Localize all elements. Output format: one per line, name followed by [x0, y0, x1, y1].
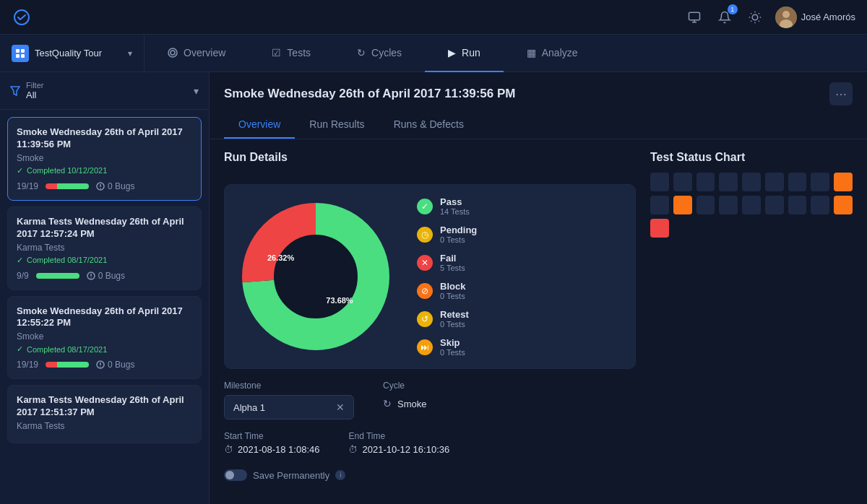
progress-bar [46, 362, 89, 368]
bell-icon[interactable]: 1 [715, 7, 735, 27]
time-row: Start Time ⏱ 2021-08-18 1:08:46 End Time… [224, 431, 636, 455]
cycle-value: ↻ Smoke [383, 395, 426, 409]
content-title: Smoke Wednesday 26th of April 2017 11:39… [224, 87, 515, 101]
legend-pending-label: Pending [440, 225, 477, 235]
tests-icon: ☑ [272, 47, 281, 58]
run-card-title: Smoke Wednesday 26th of April 2017 11:39… [17, 126, 192, 151]
run-details-title: Run Details [224, 151, 636, 164]
start-time-item: Start Time ⏱ 2021-08-18 1:08:46 [224, 431, 319, 455]
start-time-label: Start Time [224, 431, 319, 441]
svg-point-28 [90, 277, 91, 278]
content-tabs: Overview Run Results Runs & Defects [210, 111, 867, 139]
progress-bar [46, 183, 89, 189]
status-dot [719, 173, 738, 191]
svg-point-31 [100, 367, 100, 368]
bugs-label: 0 Bugs [96, 360, 134, 370]
run-card[interactable]: Karma Tests Wednesday 26th of April 2017… [7, 385, 202, 443]
top-nav-right: 1 José Amorós [684, 6, 855, 28]
svg-rect-16 [16, 49, 20, 53]
svg-rect-19 [21, 54, 25, 58]
notification-badge: 1 [728, 4, 738, 14]
run-card-subtitle: Karma Tests [17, 421, 192, 431]
bug-icon [96, 182, 105, 191]
status-dot [742, 173, 761, 191]
sidebar-filter: Filter All ▾ [0, 72, 209, 110]
save-row: Save Permanently i [224, 469, 636, 481]
filter-dropdown-icon[interactable]: ▾ [194, 85, 199, 97]
theme-icon[interactable] [745, 7, 765, 27]
run-card-title: Karma Tests Wednesday 26th of April 2017… [17, 216, 192, 240]
check-icon: ✓ [17, 344, 23, 354]
status-dot-orange [673, 196, 692, 214]
run-card[interactable]: Smoke Wednesday 26th of April 2017 11:39… [7, 117, 202, 201]
status-dot [811, 173, 829, 191]
main-nav: TestQuality Tour ▾ Overview ☑ Tests ↻ Cy… [0, 35, 867, 72]
tab-overview[interactable]: Overview [144, 35, 249, 72]
tab-run[interactable]: ▶ Run [425, 35, 504, 72]
main-content: Smoke Wednesday 26th of April 2017 11:39… [210, 72, 867, 504]
bugs-label: 0 Bugs [96, 181, 134, 191]
svg-line-7 [751, 13, 751, 14]
svg-rect-17 [21, 49, 25, 53]
meta-row: Milestone Alpha 1 ✕ Cycle ↻ Smoke [224, 381, 636, 420]
right-panel: Test Status Chart [650, 151, 853, 492]
cycle-label: Cycle [383, 381, 426, 391]
status-dot-red [650, 219, 669, 238]
block-icon: ⊘ [417, 283, 433, 299]
info-icon[interactable]: i [335, 470, 345, 480]
pending-icon: ◷ [417, 227, 433, 243]
nav-tabs: Overview ☑ Tests ↻ Cycles ▶ Run ▦ Analyz… [144, 35, 867, 72]
app-logo[interactable] [12, 7, 32, 27]
more-button[interactable]: ⋯ [829, 82, 853, 105]
cycle-icon: ↻ [383, 398, 392, 409]
save-label: Save Permanently [253, 470, 329, 481]
save-toggle[interactable] [224, 469, 247, 481]
analyze-icon: ▦ [527, 47, 536, 58]
content-body: Run Details [210, 139, 867, 504]
run-card[interactable]: Karma Tests Wednesday 26th of April 2017… [7, 207, 202, 290]
milestone-clear-button[interactable]: ✕ [336, 401, 345, 413]
tab-overview-content[interactable]: Overview [224, 111, 295, 139]
run-card-status: ✓ Completed 10/12/2021 [17, 166, 192, 175]
cycle-name: Smoke [397, 399, 426, 409]
status-row [650, 173, 853, 191]
status-row [650, 196, 853, 214]
tab-analyze[interactable]: ▦ Analyze [504, 35, 601, 72]
skip-icon: ⏭ [417, 339, 433, 355]
tab-runs-defects[interactable]: Runs & Defects [379, 111, 478, 139]
run-card-status: ✓ Completed 08/17/2021 [17, 256, 192, 265]
user-info[interactable]: José Amorós [775, 6, 855, 28]
monitor-icon[interactable] [684, 7, 704, 27]
status-dot [742, 196, 761, 214]
status-dot [696, 173, 715, 191]
retest-icon: ↺ [417, 311, 433, 327]
legend-item-block: ⊘ Block 0 Tests [417, 281, 477, 300]
status-dot [719, 196, 738, 214]
milestone-box[interactable]: Alpha 1 ✕ [224, 395, 354, 420]
legend-fail-count: 5 Tests [440, 264, 465, 272]
tab-cycles[interactable]: ↻ Cycles [334, 35, 425, 72]
fail-icon: ✕ [417, 255, 433, 271]
legend-block-label: Block [440, 281, 465, 292]
milestone-item: Milestone Alpha 1 ✕ [224, 381, 354, 420]
legend-pass-label: Pass [440, 196, 470, 207]
legend-skip-count: 0 Tests [440, 348, 465, 357]
start-time-value: ⏱ 2021-08-18 1:08:46 [224, 444, 319, 455]
bugs-label: 0 Bugs [87, 271, 125, 281]
status-dot [811, 196, 829, 214]
run-card[interactable]: Smoke Wednesday 26th of April 2017 12:55… [7, 296, 202, 380]
tab-run-results[interactable]: Run Results [295, 111, 379, 139]
legend-retest-count: 0 Tests [440, 320, 469, 329]
check-icon: ✓ [17, 166, 23, 175]
chart-container: 26.32% 73.68% ✓ Pass 14 Tests [224, 184, 636, 369]
run-card-footer: 19/19 0 Bugs [17, 360, 192, 370]
project-icon [12, 45, 29, 62]
tab-tests[interactable]: ☑ Tests [249, 35, 334, 72]
overview-icon [168, 48, 178, 58]
bug-icon [96, 360, 105, 369]
end-time-label: End Time [348, 431, 449, 441]
project-selector[interactable]: TestQuality Tour ▾ [0, 35, 144, 72]
run-card-subtitle: Smoke [17, 331, 192, 342]
legend-block-count: 0 Tests [440, 292, 465, 300]
svg-point-20 [168, 48, 177, 57]
